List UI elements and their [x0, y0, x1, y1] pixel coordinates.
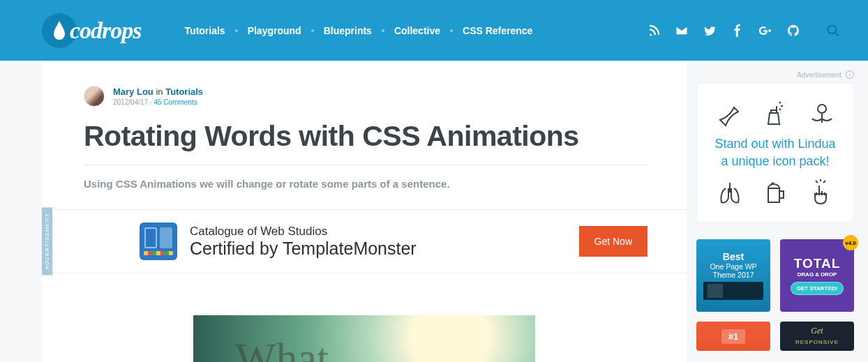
sidebar-promo[interactable]: Stand out with Lindua a unique icon pack… — [696, 83, 854, 223]
main-nav: Tutorials Playground Blueprints Collecti… — [184, 22, 534, 39]
rss-icon[interactable] — [648, 24, 660, 37]
promo-icon-row — [707, 99, 844, 127]
hero-image: What. — [193, 315, 535, 362]
card-line: TOTAL — [794, 256, 841, 271]
card-cta: GET STARTED! — [791, 282, 844, 295]
ad-label-text: Advertisement — [797, 71, 841, 79]
nav-collective[interactable]: Collective — [393, 22, 442, 39]
article-meta: Mary Lou in Tutorials 2012/04/17 · 45 Co… — [84, 86, 648, 107]
social-icons — [648, 24, 840, 38]
card-tag: #1 — [721, 329, 745, 344]
sidebar-cards-row1: Best One Page WP Theme 2017 v4.0 TOTAL D… — [696, 239, 854, 312]
card-get-responsive[interactable]: GetRESPONSIVE — [780, 322, 854, 351]
ad-line2: Certified by TemplateMonster — [190, 239, 567, 259]
search-icon[interactable] — [826, 24, 840, 38]
article-header: Mary Lou in Tutorials 2012/04/17 · 45 Co… — [42, 61, 687, 190]
card-line: DRAG & DROP — [798, 271, 837, 278]
card-line: Best — [723, 251, 744, 262]
mail-icon[interactable] — [675, 24, 688, 37]
tap-hand-icon — [807, 179, 835, 206]
logo[interactable]: codrops — [42, 13, 142, 48]
byline-in: in — [156, 86, 163, 97]
ad-label: ADVERTISEMENT — [42, 208, 52, 276]
post-date: 2012/04/17 — [113, 98, 148, 106]
lungs-icon — [716, 179, 744, 206]
card-line: GetRESPONSIVE — [795, 326, 839, 347]
promo-line2: a unique icon pack! — [707, 153, 844, 170]
card-total[interactable]: v4.0 TOTAL DRAG & DROP GET STARTED! — [780, 239, 854, 312]
nav-blueprints[interactable]: Blueprints — [322, 22, 373, 39]
category-link[interactable]: Tutorials — [165, 86, 203, 97]
ad-cta-button[interactable]: Get Now — [579, 226, 648, 257]
nav-sep — [382, 29, 384, 32]
promo-text: Stand out with Lindua a unique icon pack… — [707, 135, 844, 170]
page: Mary Lou in Tutorials 2012/04/17 · 45 Co… — [0, 61, 868, 362]
main-column: Mary Lou in Tutorials 2012/04/17 · 45 Co… — [42, 61, 687, 362]
promo-icon-row — [707, 179, 844, 206]
card-line: One Page WP — [710, 262, 756, 271]
author-link[interactable]: Mary Lou — [113, 86, 154, 97]
card-preview — [703, 282, 763, 300]
author-avatar[interactable] — [84, 86, 105, 107]
ad-text: Catalogue of Web Studios Certified by Te… — [190, 225, 567, 259]
nav-sep — [450, 29, 453, 32]
divider — [84, 165, 648, 165]
facebook-icon[interactable] — [731, 24, 744, 37]
svg-point-0 — [818, 105, 826, 113]
sidebar: Advertisement i Stand out with Lindua a … — [687, 61, 868, 362]
card-line: Theme 2017 — [713, 271, 754, 279]
ad-line1: Catalogue of Web Studios — [190, 225, 567, 239]
nav-tutorials[interactable]: Tutorials — [184, 22, 227, 39]
card-best-theme[interactable]: Best One Page WP Theme 2017 — [696, 239, 770, 312]
monocle-icon — [807, 99, 835, 127]
nav-sep — [235, 29, 238, 32]
comments-link[interactable]: 45 Comments — [154, 98, 197, 106]
logo-text: codrops — [70, 17, 142, 44]
nav-css-reference[interactable]: CSS Reference — [461, 22, 534, 39]
top-bar: codrops Tutorials Playground Blueprints … — [0, 0, 868, 61]
github-icon[interactable] — [787, 24, 800, 37]
pen-icon — [716, 99, 744, 127]
version-badge: v4.0 — [843, 235, 858, 250]
sidebar-ad-label: Advertisement i — [696, 70, 854, 79]
google-plus-icon[interactable] — [759, 24, 772, 37]
nav-playground[interactable]: Playground — [246, 22, 303, 39]
article-title: Rotating Words with CSS Animations — [84, 121, 648, 152]
byline: Mary Lou in Tutorials — [113, 86, 203, 97]
twitter-icon[interactable] — [703, 24, 716, 37]
info-icon[interactable]: i — [846, 70, 854, 79]
beer-icon — [761, 179, 789, 206]
promo-line1: Stand out with Lindua — [707, 135, 844, 153]
spray-icon — [761, 99, 789, 127]
article-intro: Using CSS Animations we will change or r… — [84, 178, 648, 190]
byline-sub: 2012/04/17 · 45 Comments — [113, 98, 203, 106]
hero-word: What. — [235, 345, 340, 362]
sidebar-cards-row2: #1 GetRESPONSIVE — [696, 322, 854, 351]
ad-icon — [140, 223, 177, 260]
inline-ad[interactable]: ADVERTISEMENT Catalogue of Web Studios C… — [42, 209, 687, 273]
card-number-one[interactable]: #1 — [696, 322, 770, 351]
nav-sep — [311, 29, 314, 32]
